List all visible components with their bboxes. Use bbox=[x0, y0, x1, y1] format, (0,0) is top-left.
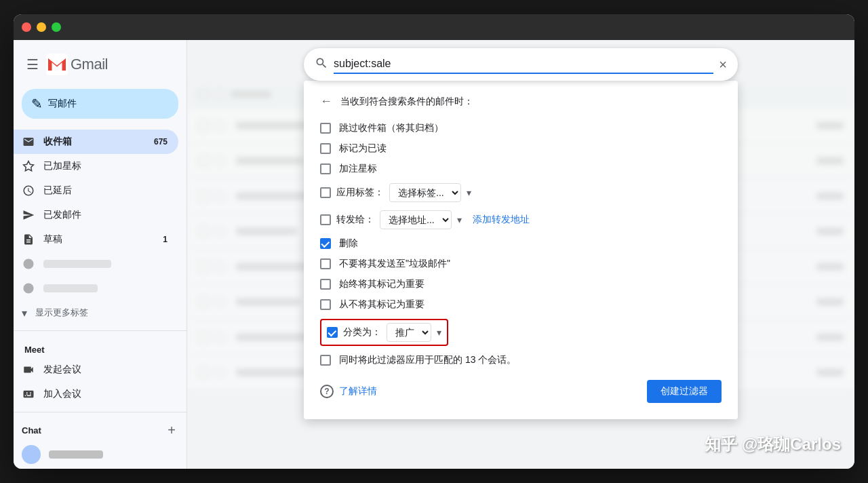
filter-option-star: 加注星标 bbox=[320, 163, 722, 175]
close-button[interactable] bbox=[22, 22, 31, 32]
sidebar-item-start-meeting[interactable]: 发起会议 bbox=[14, 358, 178, 382]
starred-label: 已加星标 bbox=[43, 160, 167, 172]
mark-read-label: 标记为已读 bbox=[339, 142, 387, 155]
filter-option-mark-read: 标记为已读 bbox=[320, 142, 722, 155]
sent-icon bbox=[22, 208, 35, 222]
chevron-down-icon: ▾ bbox=[22, 307, 27, 320]
other1-icon bbox=[22, 257, 35, 271]
other2-icon bbox=[22, 282, 35, 295]
checkbox-apply-label[interactable] bbox=[320, 187, 331, 198]
checkbox-star[interactable] bbox=[320, 163, 331, 174]
help-icon[interactable]: ? bbox=[320, 385, 334, 398]
divider-chat bbox=[14, 412, 186, 412]
star-label: 加注星标 bbox=[339, 163, 377, 175]
checkbox-apply-existing[interactable] bbox=[320, 355, 331, 366]
sidebar-header: ☰ Gmail bbox=[14, 45, 186, 83]
search-bar: × bbox=[304, 48, 738, 81]
minimize-button[interactable] bbox=[37, 22, 46, 32]
chat-avatar bbox=[22, 445, 41, 464]
gmail-title: Gmail bbox=[71, 56, 108, 73]
filter-footer: ? 了解详情 创建过滤器 bbox=[320, 380, 722, 403]
sidebar-item-other1[interactable] bbox=[14, 252, 178, 276]
drafts-badge: 1 bbox=[163, 235, 167, 244]
compose-plus-icon: ✎ bbox=[31, 96, 43, 112]
keyboard-icon bbox=[22, 387, 35, 401]
blurred-label-1 bbox=[43, 260, 111, 268]
hamburger-icon[interactable]: ☰ bbox=[24, 56, 41, 73]
back-arrow-button[interactable]: ← bbox=[320, 94, 332, 109]
watermark: 知乎 @珞珈Carlos bbox=[705, 433, 841, 455]
inbox-label: 收件箱 bbox=[43, 136, 146, 148]
search-close-icon[interactable]: × bbox=[719, 57, 727, 73]
filter-dialog: ← 当收到符合搜索条件的邮件时： 跳过收件箱（将其归档） 标记为已读 bbox=[304, 81, 738, 419]
sidebar: ☰ Gmail ✎ 写邮件 bbox=[14, 40, 187, 469]
video-icon bbox=[22, 363, 35, 376]
chevron-icon: ▾ bbox=[467, 187, 471, 198]
inbox-icon bbox=[22, 135, 35, 149]
sidebar-item-starred[interactable]: 已加星标 bbox=[14, 154, 178, 178]
drafts-label: 草稿 bbox=[43, 233, 155, 246]
label-select[interactable]: 选择标签... bbox=[389, 183, 461, 202]
checkbox-never-important[interactable] bbox=[320, 299, 331, 310]
divider-meet bbox=[14, 330, 186, 331]
filter-option-apply-label: 应用标签： 选择标签... ▾ bbox=[320, 183, 722, 202]
no-spam-label: 不要将其发送至"垃圾邮件" bbox=[339, 258, 450, 270]
compose-label: 写邮件 bbox=[48, 98, 77, 110]
checkbox-forward[interactable] bbox=[320, 214, 331, 225]
checkbox-mark-read[interactable] bbox=[320, 143, 331, 154]
add-forward-address-link[interactable]: 添加转发地址 bbox=[473, 214, 530, 226]
sidebar-item-drafts[interactable]: 草稿 1 bbox=[14, 227, 178, 252]
skip-inbox-label: 跳过收件箱（将其归档） bbox=[339, 122, 443, 134]
apply-existing-label: 同时将此过滤器应用于匹配的 13 个会话。 bbox=[339, 354, 516, 366]
chat-section-header: Chat + bbox=[14, 418, 186, 442]
search-icon bbox=[315, 56, 328, 73]
filter-options: 跳过收件箱（将其归档） 标记为已读 加注星标 bbox=[320, 122, 722, 366]
filter-option-apply-existing: 同时将此过滤器应用于匹配的 13 个会话。 bbox=[320, 354, 722, 366]
inbox-badge: 675 bbox=[154, 137, 167, 147]
filter-option-no-spam: 不要将其发送至"垃圾邮件" bbox=[320, 258, 722, 270]
checkbox-delete[interactable] bbox=[320, 238, 331, 249]
create-filter-button[interactable]: 创建过滤器 bbox=[647, 380, 722, 403]
sent-label: 已发邮件 bbox=[43, 209, 167, 221]
chat-section-title: Chat bbox=[22, 425, 41, 436]
blurred-label-2 bbox=[43, 284, 98, 292]
chat-user-item[interactable] bbox=[14, 442, 178, 467]
starred-icon bbox=[22, 159, 35, 173]
add-chat-button[interactable]: + bbox=[167, 423, 176, 438]
sidebar-item-sent[interactable]: 已发邮件 bbox=[14, 203, 178, 227]
checkbox-always-important[interactable] bbox=[320, 279, 331, 290]
maximize-button[interactable] bbox=[52, 22, 61, 32]
sidebar-item-join-meeting[interactable]: 加入会议 bbox=[14, 382, 178, 406]
never-important-label: 从不将其标记为重要 bbox=[339, 298, 425, 311]
filter-option-delete: 删除 bbox=[320, 237, 722, 250]
filter-option-forward: 转发给： 选择地址... ▾ 添加转发地址 bbox=[320, 210, 722, 229]
filter-option-never-important: 从不将其标记为重要 bbox=[320, 298, 722, 311]
filter-option-always-important: 始终将其标记为重要 bbox=[320, 278, 722, 290]
category-select[interactable]: 推广 社交 动态 论坛 bbox=[387, 323, 431, 342]
app-body: ☰ Gmail ✎ 写邮件 bbox=[14, 40, 854, 469]
sidebar-item-snoozed[interactable]: 已延后 bbox=[14, 178, 178, 203]
learn-more-link[interactable]: 了解详情 bbox=[339, 385, 377, 398]
categorize-label-text: 分类为： bbox=[343, 326, 381, 339]
checkbox-skip-inbox[interactable] bbox=[320, 123, 331, 134]
always-important-label: 始终将其标记为重要 bbox=[339, 278, 425, 290]
sidebar-item-other2[interactable] bbox=[14, 276, 178, 301]
sidebar-item-inbox[interactable]: 收件箱 675 bbox=[14, 130, 178, 154]
mac-window: ☰ Gmail ✎ 写邮件 bbox=[14, 14, 854, 469]
forward-select[interactable]: 选择地址... bbox=[380, 210, 452, 229]
forward-chevron-icon: ▾ bbox=[457, 214, 462, 225]
join-meeting-label: 加入会议 bbox=[43, 388, 167, 400]
forward-label-text: 转发给： bbox=[336, 214, 374, 226]
search-input[interactable] bbox=[334, 55, 713, 74]
compose-button[interactable]: ✎ 写邮件 bbox=[22, 89, 178, 119]
filter-header: ← 当收到符合搜索条件的邮件时： bbox=[320, 94, 722, 109]
svg-marker-1 bbox=[24, 161, 34, 171]
checkbox-categorize[interactable] bbox=[327, 327, 338, 338]
category-chevron-icon: ▾ bbox=[437, 327, 441, 338]
filter-option-skip-inbox: 跳过收件箱（将其归档） bbox=[320, 122, 722, 134]
titlebar bbox=[14, 14, 854, 40]
main-content: × ← 当收到符合搜索条件的邮件时： 跳过收件箱（将其归档） bbox=[187, 40, 854, 469]
show-more-labels[interactable]: ▾ 显示更多标签 bbox=[14, 301, 186, 325]
traffic-lights bbox=[22, 22, 61, 32]
checkbox-no-spam[interactable] bbox=[320, 258, 331, 269]
